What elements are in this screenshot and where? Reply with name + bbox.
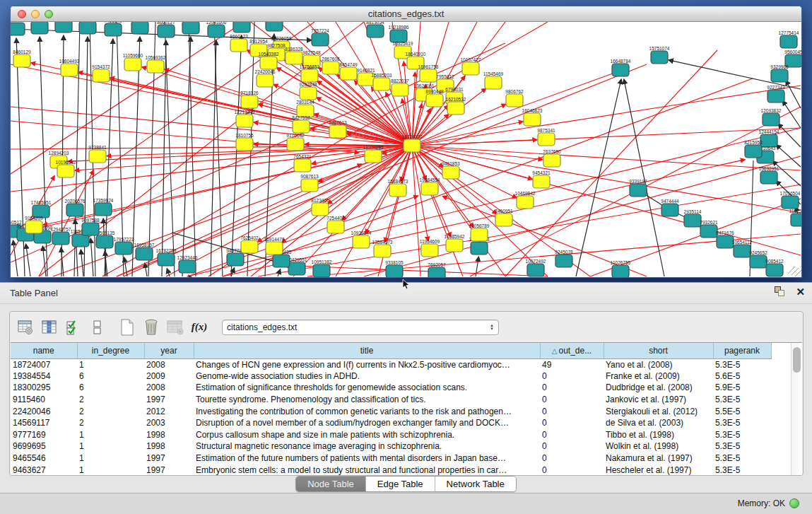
table-row[interactable]: 2242004622012Investigating the contribut… — [11, 405, 771, 417]
graph-node[interactable]: 8186328 — [285, 47, 303, 64]
graph-node[interactable]: 20695122 — [11, 22, 27, 35]
graph-node[interactable]: 9154209 — [25, 216, 43, 233]
graph-node[interactable]: 16033809 — [264, 22, 285, 31]
graph-node[interactable]: 10385942 — [445, 234, 465, 252]
row-height-button[interactable] — [88, 317, 107, 337]
graph-node[interactable]: 12942757 — [51, 227, 71, 245]
table-selector-dropdown[interactable]: citations_edges.txt ▲▼ — [222, 320, 499, 335]
table-row[interactable]: 1938455462009Genome-wide association stu… — [11, 370, 771, 382]
graph-node[interactable]: 9227343 — [767, 85, 785, 103]
graph-node[interactable]: 16210532 — [446, 97, 466, 115]
network-canvas[interactable]: 2069512297923411055323715276472746614010… — [11, 22, 801, 278]
graph-node[interactable]: 9245652 — [749, 250, 767, 268]
graph-node[interactable]: 20206576 — [65, 199, 86, 216]
table-row[interactable]: 1830029562008Estimation of significance … — [11, 382, 771, 394]
table-row[interactable]: 946554611997Estimation of the future num… — [11, 452, 771, 465]
graph-node[interactable]: 8990448 — [425, 89, 444, 107]
graph-node[interactable]: 7654321 — [293, 154, 312, 172]
graph-node[interactable]: 17016504 — [780, 191, 801, 209]
graph-node[interactable]: 18300295 — [363, 145, 384, 163]
delete-table-button[interactable] — [165, 317, 185, 337]
graph-node[interactable]: 15885203 — [372, 73, 392, 90]
function-builder-button[interactable]: f(x) — [189, 317, 209, 337]
graph-node[interactable]: 12056789 — [469, 223, 490, 241]
tab-edge-table[interactable]: Edge Table — [366, 477, 435, 491]
graph-node[interactable]: 9462613 — [329, 120, 347, 138]
tab-node-table[interactable]: Node Table — [296, 477, 366, 491]
graph-node[interactable]: 11675304 — [789, 209, 801, 226]
graph-node[interactable]: 9339197 — [629, 179, 647, 197]
graph-node[interactable]: 17359924 — [93, 198, 114, 216]
graph-node[interactable]: 8460129 — [13, 49, 31, 67]
table-row[interactable]: 977716911998Corpus callosum shape and si… — [11, 429, 771, 441]
graph-node[interactable]: 10359581 — [232, 22, 252, 33]
graph-node[interactable]: 7625402 — [240, 235, 259, 253]
graph-node[interactable]: 10543382 — [259, 52, 279, 69]
graph-node[interactable]: 10951382 — [312, 259, 332, 277]
graph-node[interactable]: 9085412 — [765, 259, 784, 276]
float-panel-icon[interactable] — [775, 286, 786, 298]
graph-node[interactable]: 12093832 — [761, 108, 782, 126]
graph-node[interactable]: 10072492 — [526, 259, 546, 276]
graph-node[interactable]: 9338105 — [385, 260, 404, 278]
column-header-out-degree[interactable]: △out_de... — [540, 343, 604, 358]
graph-node[interactable]: 11756851 — [300, 64, 320, 82]
graph-node[interactable]: 9454321 — [532, 170, 551, 188]
graph-node[interactable]: 9170042 — [286, 133, 305, 151]
graph-node[interactable]: 19218986 — [389, 25, 409, 42]
graph-node[interactable]: 10936544 — [351, 230, 372, 248]
graph-node[interactable]: 11954609 — [420, 239, 440, 257]
column-header-year[interactable]: year — [144, 343, 194, 358]
table-row[interactable]: 969969511998Structural magnetic resonanc… — [11, 440, 771, 452]
graph-node[interactable]: 8660123 — [230, 34, 248, 52]
graph-node[interactable]: 15692951 — [759, 166, 779, 184]
graph-node[interactable]: 2867608 — [322, 57, 340, 74]
graph-node[interactable]: 18724007 — [402, 134, 423, 152]
graph-node[interactable]: 8813054 — [366, 22, 384, 37]
table-row[interactable]: 1872400712008Changes of HCN gene express… — [11, 358, 771, 370]
graph-node[interactable]: 8660127 — [157, 22, 175, 37]
graph-node[interactable]: 7637650 — [543, 149, 561, 167]
graph-node[interactable]: 1810755 — [235, 133, 254, 151]
graph-node[interactable]: 9242848 — [299, 82, 317, 100]
select-columns-button[interactable] — [64, 317, 83, 337]
graph-node[interactable]: 2935114 — [684, 209, 702, 227]
table-row[interactable]: 911546021997Tourette syndrome. Phenomeno… — [11, 394, 771, 406]
delete-column-button[interactable] — [141, 317, 161, 337]
graph-node[interactable]: 12775414 — [779, 30, 799, 48]
table-row[interactable]: 1456911722003Disruption of a novel membe… — [11, 417, 771, 429]
graph-node[interactable]: 16046823 — [522, 108, 543, 126]
graph-node[interactable]: 11059660 — [123, 53, 143, 71]
graph-node[interactable]: 10569362 — [146, 55, 166, 73]
column-header-name[interactable]: name — [11, 343, 77, 358]
close-panel-icon[interactable]: ✕ — [796, 286, 805, 298]
graph-node[interactable]: 15276472 — [78, 22, 98, 34]
graph-node[interactable]: 19384554 — [420, 177, 440, 195]
network-window-titlebar[interactable]: citations_edges.txt — [11, 6, 801, 22]
graph-node[interactable]: 16782759 — [156, 248, 177, 266]
graph-node[interactable]: 10469842 — [515, 191, 536, 209]
graph-node[interactable]: 2718126 — [240, 90, 259, 108]
new-column-button[interactable] — [117, 317, 137, 337]
graph-node[interactable]: 16958167 — [134, 243, 155, 260]
graph-node[interactable]: 9329966 — [770, 64, 789, 82]
table-mode-button[interactable] — [16, 317, 35, 337]
graph-node[interactable]: 9806548 — [182, 22, 200, 34]
graph-node[interactable]: 12213349 — [235, 110, 255, 127]
graph-node[interactable]: 7692057 — [428, 262, 446, 278]
graph-node[interactable]: 9087613 — [300, 174, 319, 192]
column-header-title[interactable]: title — [194, 343, 540, 358]
graph-node[interactable]: 15751074 — [649, 46, 670, 64]
scrollbar-thumb[interactable] — [793, 347, 801, 373]
graph-node[interactable]: 7857224 — [311, 28, 329, 46]
graph-node[interactable]: 7932621 — [700, 220, 718, 238]
graph-node[interactable]: 22420046 — [255, 69, 276, 87]
graph-node[interactable]: 8454749 — [339, 62, 358, 80]
graph-node[interactable]: 8427552 — [292, 115, 310, 133]
graph-node[interactable]: 8822037 — [391, 78, 409, 96]
graph-node[interactable]: 12923446 — [177, 255, 198, 273]
graph-node[interactable]: 10107427 — [461, 57, 481, 75]
citation-network-graph[interactable]: 2069512297923411055323715276472746614010… — [11, 22, 801, 278]
table-row[interactable]: 946362711997Embryonic stem cells: a mode… — [11, 464, 771, 476]
graph-node[interactable]: 9792341 — [30, 22, 49, 34]
